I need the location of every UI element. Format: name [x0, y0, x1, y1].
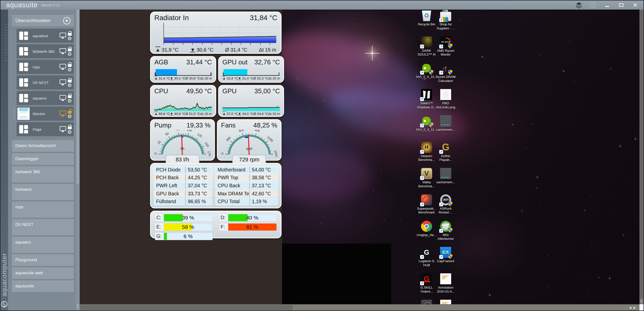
- desktop-icon-heaven-benchmark[interactable]: H↗HeavenBenchma...: [416, 142, 437, 162]
- lock-icon[interactable]: [68, 95, 72, 98]
- scroll-right-button[interactable]: ▶: [633, 306, 636, 309]
- monitor-icon[interactable]: [60, 126, 66, 131]
- lock-icon[interactable]: [68, 49, 72, 51]
- widget-agb[interactable]: AGB 31,44 °C ▲ 31,4 °C▼ 30,2 °CØ 30,8 °C…: [150, 56, 216, 83]
- desktop-icon-logitech-g-hub[interactable]: G↗Logitech GHUB: [416, 247, 437, 267]
- sidebar-item-farbwerk[interactable]: farbwerk: [12, 184, 74, 200]
- horizontal-scrollbar[interactable]: ◀▶: [80, 304, 639, 310]
- sidebar-scroll-arrows[interactable]: ▲▼: [76, 303, 80, 309]
- desktop-icon-annotation-2020-01[interactable]: Annotation2020-01-0...: [435, 273, 456, 293]
- lock-icon[interactable]: [68, 80, 72, 82]
- desktop-icon-nvidia-profile-inspector-0-4-10[interactable]: ↗NVI_0_4_10...: [416, 62, 437, 79]
- table-row[interactable]: CPU Back37,13 °C: [215, 182, 278, 189]
- unlock-icon[interactable]: [68, 111, 72, 114]
- scroll-down-button[interactable]: ▼: [639, 299, 643, 304]
- gear-icon[interactable]: ⚙: [67, 36, 72, 41]
- gear-icon[interactable]: ⚙: [67, 83, 72, 87]
- minimize-button[interactable]: [603, 2, 611, 9]
- sidebar-item-aquasuite-web[interactable]: aquasuite web: [12, 268, 74, 279]
- desktop-icon-shop-for-supplies[interactable]: ↗Shop forSupplies - ...: [435, 10, 456, 30]
- widget-radiator-in[interactable]: Radiator In 31,84 °C 403530 ▲ 31,9 °C▼ 3…: [150, 12, 282, 54]
- widget-disk-usage[interactable]: C:39 %D:40 %E:58 %F:81 %G:6 %: [150, 211, 282, 238]
- sidebar-item-aquasuite[interactable]: aquasuite: [12, 281, 74, 292]
- widget-cpu[interactable]: CPU 49,50 °C ▲ 69,8 °C▼ 40,6 °CØ 51,5 °C…: [150, 85, 216, 117]
- monitor-icon[interactable]: [60, 95, 66, 100]
- sidebar-item-datenlogger[interactable]: Datenlogger: [12, 153, 74, 165]
- vertical-scrollbar[interactable]: ▼: [639, 10, 643, 304]
- sidebar-item-farbwerk-360[interactable]: farbwerk 360: [12, 166, 74, 182]
- table-row[interactable]: PWR Left37,04 °C: [154, 182, 212, 189]
- drag-handle[interactable]: [13, 107, 16, 120]
- desktop-icon-amd-ryzen-master[interactable]: RYZEN↗AMD RyzenMaster: [435, 36, 456, 57]
- shortcut-arrow-icon: ↗: [420, 97, 424, 101]
- lock-icon[interactable]: [68, 33, 72, 36]
- lock-icon[interactable]: [68, 126, 72, 129]
- desktop-icon-sekiro-shadows-die-twice[interactable]: ↗Sekiro™Shadows D...: [416, 89, 437, 109]
- sidebar-header: Übersichtsseiten +: [12, 15, 74, 26]
- monitor-icon[interactable]: [60, 33, 66, 37]
- lock-icon[interactable]: [68, 64, 72, 67]
- layers-icon[interactable]: [575, 2, 583, 9]
- monitor-icon[interactable]: [60, 48, 66, 53]
- desktop-icon-dark-souls-iii[interactable]: ↗DARKSOULS™ III: [416, 36, 437, 57]
- monitor-icon[interactable]: [60, 79, 66, 84]
- desktop-icon-gothic-playable[interactable]: G↗GothicPlayab...: [435, 142, 456, 162]
- sidebar-scrollbar[interactable]: ▲▼: [76, 10, 80, 310]
- table-row[interactable]: PWR Top38,58 °C: [215, 174, 278, 182]
- desktop-icon-ryzen-dram-calculator[interactable]: ↑↗Ryzen DRAMCalculator: [435, 62, 456, 83]
- sidebar-page-aquaero[interactable]: aquaero⚙: [17, 91, 74, 105]
- scroll-left-button[interactable]: ◀: [629, 306, 631, 309]
- sidebar-page-page[interactable]: Page⚙: [17, 122, 74, 136]
- desktop-icon-cachemem-1[interactable]: cachemem...: [435, 115, 456, 132]
- horizontal-scrollbar-thumb[interactable]: [80, 305, 293, 310]
- desktop-icon-capframex[interactable]: CX↗CapFrameX: [435, 247, 456, 263]
- sidebar-item-playground[interactable]: Playground: [12, 254, 74, 266]
- desktop-icon-nvidia-profile-inspector-0-4-11[interactable]: ↗NVI_0_4_11...: [416, 115, 437, 132]
- sidebar-page-d5-next[interactable]: D5 NEXT⚙: [17, 75, 74, 90]
- sidebar-page-aquaduct[interactable]: aquaduct⚙: [17, 29, 74, 43]
- gear-icon[interactable]: ⚙: [67, 114, 72, 119]
- desktop-icon-valley-benchmark[interactable]: V↗ValleyBenchma...: [416, 168, 437, 188]
- table-row[interactable]: PCH Back44,25 °C: [154, 174, 212, 182]
- sidebar-page-farbwerk-360[interactable]: farbwerk 360⚙: [17, 44, 74, 58]
- table-row[interactable]: GPU Back33,73 °C: [154, 190, 212, 197]
- close-button[interactable]: ×: [631, 2, 639, 9]
- table-row[interactable]: Max DRAM Ten42,60 °C: [215, 190, 278, 197]
- desktop-icon-pbo-nolimits-png[interactable]: PBONoLimits.png: [435, 89, 456, 109]
- gear-icon[interactable]: ⚙: [67, 67, 72, 72]
- gear-icon[interactable]: ⚙: [67, 99, 72, 103]
- widget-sensor-table[interactable]: PCH Diode53,50 °CPCH Back44,25 °CPWR Lef…: [150, 163, 282, 208]
- table-row[interactable]: CPU Total1,19 %: [215, 198, 278, 205]
- desktop-icon-unigine-heaven-html[interactable]: Unigine_He...: [416, 220, 437, 237]
- desktop-icon-asrock-restart-to-uefi[interactable]: UEFI↗ASRockRestart ...: [435, 194, 456, 214]
- sidebar-item-aquaero[interactable]: aquaero: [12, 237, 74, 253]
- desktop-icon-superposition-benchmark[interactable]: ↗Superpositi...Benchmark: [416, 194, 437, 214]
- sidebar-page-mps[interactable]: mps⚙: [17, 60, 74, 74]
- desktop-icon-recycle-bin[interactable]: ♻Recycle Bin: [416, 10, 437, 26]
- vertical-scrollbar-thumb[interactable]: [640, 10, 643, 298]
- desktop-icon-gskill-trident[interactable]: G↗G.SKILLTrident...: [416, 273, 437, 293]
- monitor-icon[interactable]: [60, 111, 66, 115]
- gear-icon[interactable]: ⚙: [67, 130, 72, 134]
- gear-icon[interactable]: ⚙: [67, 52, 72, 56]
- desktop-icon-partial-icon-1[interactable]: [416, 299, 437, 304]
- table-row[interactable]: Motherboard54,00 °C: [215, 166, 278, 173]
- widget-fans[interactable]: Fans 48,25 % 030060090012001500rpm 729 r…: [217, 119, 282, 161]
- info-icon[interactable]: i: [589, 2, 597, 9]
- sidebar-item-daten-schnellansicht[interactable]: Daten-Schnellansicht: [12, 140, 74, 152]
- widget-pump[interactable]: Pump 19,33 % 0255075100125150170l/h 83 l…: [150, 119, 215, 161]
- add-page-button[interactable]: +: [63, 17, 70, 24]
- widget-gpu-out[interactable]: GPU out 32,76 °C ▲ 32,8 °C▼ 31,4 °CØ 32,…: [218, 56, 284, 83]
- desktop-icon-msi-afterburner[interactable]: ↗MSIAfterburner: [435, 220, 456, 241]
- monitor-icon[interactable]: [60, 64, 66, 68]
- page-item-icons: ⚙: [60, 47, 73, 56]
- sidebar-item-mps[interactable]: mps: [12, 202, 74, 217]
- desktop-icon-cachemem-2[interactable]: cachemem...: [435, 168, 456, 184]
- maximize-button[interactable]: [617, 2, 625, 9]
- sidebar-page-monitor[interactable]: Monitor⚙: [17, 107, 74, 121]
- desktop-icon-partial-icon-2[interactable]: [435, 299, 456, 304]
- table-row[interactable]: PCH Diode53,50 °C: [154, 166, 212, 173]
- sidebar-item-d5-next[interactable]: D5 NEXT: [12, 219, 74, 235]
- widget-gpu[interactable]: GPU 35,00 °C ▲ 37,0 °C▼ 34,0 °CØ 34,6 °C…: [218, 85, 284, 117]
- table-row[interactable]: Füllstand96,65 %: [154, 198, 212, 205]
